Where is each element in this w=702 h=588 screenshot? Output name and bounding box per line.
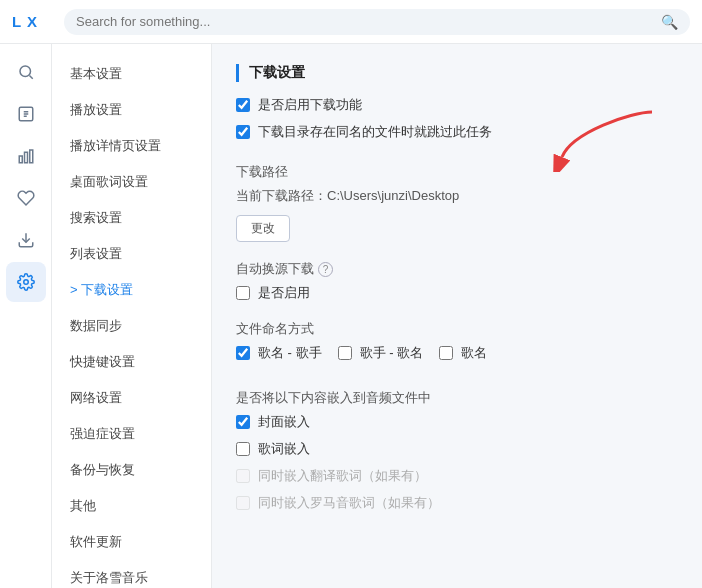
- help-icon[interactable]: ?: [318, 262, 333, 277]
- sidebar-item-update[interactable]: 软件更新: [52, 524, 211, 560]
- embed-cover-label[interactable]: 封面嵌入: [258, 413, 310, 431]
- embed-translated-checkbox[interactable]: [236, 469, 250, 483]
- sidebar-item-network[interactable]: 网络设置: [52, 380, 211, 416]
- enable-download-label[interactable]: 是否启用下载功能: [258, 96, 362, 114]
- auto-switch-title: 自动换源下载 ?: [236, 260, 678, 278]
- change-path-button[interactable]: 更改: [236, 215, 290, 242]
- svg-rect-5: [29, 150, 32, 163]
- svg-line-1: [29, 75, 32, 78]
- skip-same-file-checkbox[interactable]: [236, 125, 250, 139]
- sidebar-item-search[interactable]: 搜索设置: [52, 200, 211, 236]
- skip-same-file-row: 下载目录存在同名的文件时就跳过此任务: [236, 123, 678, 141]
- naming-option1-row: 歌名 - 歌手: [236, 344, 322, 362]
- sidebar-item-backup[interactable]: 备份与恢复: [52, 452, 211, 488]
- embed-romanized-label[interactable]: 同时嵌入罗马音歌词（如果有）: [258, 494, 440, 512]
- embed-title: 是否将以下内容嵌入到音频文件中: [236, 389, 678, 407]
- download-settings-title: 下载设置: [236, 64, 678, 82]
- embed-translated-row: 同时嵌入翻译歌词（如果有）: [236, 467, 678, 485]
- naming-option1-label[interactable]: 歌名 - 歌手: [258, 344, 322, 362]
- sidebar-item-sync[interactable]: 数据同步: [52, 308, 211, 344]
- embed-lyrics-label[interactable]: 歌词嵌入: [258, 440, 310, 458]
- naming-option2-row: 歌手 - 歌名: [338, 344, 424, 362]
- embed-cover-row: 封面嵌入: [236, 413, 678, 431]
- sidebar-item-desktop-lyrics[interactable]: 桌面歌词设置: [52, 164, 211, 200]
- auto-switch-row: 是否启用: [236, 284, 678, 302]
- embed-romanized-row: 同时嵌入罗马音歌词（如果有）: [236, 494, 678, 512]
- sidebar-item-basic[interactable]: 基本设置: [52, 56, 211, 92]
- svg-rect-4: [24, 152, 27, 163]
- naming-option3-checkbox[interactable]: [439, 346, 453, 360]
- sidebar-item-ocd[interactable]: 强迫症设置: [52, 416, 211, 452]
- auto-switch-checkbox[interactable]: [236, 286, 250, 300]
- embed-lyrics-checkbox[interactable]: [236, 442, 250, 456]
- svg-point-0: [20, 66, 31, 77]
- sidebar-item-download[interactable]: 下载设置: [52, 272, 211, 308]
- naming-option3-row: 歌名: [439, 344, 487, 362]
- nav-settings[interactable]: [6, 262, 46, 302]
- auto-switch-label[interactable]: 是否启用: [258, 284, 310, 302]
- enable-download-checkbox[interactable]: [236, 98, 250, 112]
- search-icon: 🔍: [661, 14, 678, 30]
- naming-option2-checkbox[interactable]: [338, 346, 352, 360]
- sidebar-item-list[interactable]: 列表设置: [52, 236, 211, 272]
- sidebar-item-playback-detail[interactable]: 播放详情页设置: [52, 128, 211, 164]
- app-logo: L X: [12, 13, 64, 30]
- nav-search[interactable]: [6, 52, 46, 92]
- naming-option3-label[interactable]: 歌名: [461, 344, 487, 362]
- sidebar-item-shortcuts[interactable]: 快捷键设置: [52, 344, 211, 380]
- settings-sidebar: 基本设置 播放设置 播放详情页设置 桌面歌词设置 搜索设置 列表设置 下载设置 …: [52, 44, 212, 588]
- svg-point-7: [23, 280, 28, 285]
- icon-nav: [0, 44, 52, 588]
- file-naming-title: 文件命名方式: [236, 320, 678, 338]
- enable-download-row: 是否启用下载功能: [236, 96, 678, 114]
- sidebar-item-playback[interactable]: 播放设置: [52, 92, 211, 128]
- sidebar-item-about[interactable]: 关于洛雪音乐: [52, 560, 211, 588]
- svg-rect-3: [19, 156, 22, 163]
- nav-heart[interactable]: [6, 178, 46, 218]
- embed-lyrics-row: 歌词嵌入: [236, 440, 678, 458]
- embed-romanized-checkbox[interactable]: [236, 496, 250, 510]
- embed-cover-checkbox[interactable]: [236, 415, 250, 429]
- settings-content: 下载设置 是否启用下载功能 下载目录存在同名的文件时就跳过此任务 下载路径 当前…: [212, 44, 702, 588]
- skip-same-file-label[interactable]: 下载目录存在同名的文件时就跳过此任务: [258, 123, 492, 141]
- naming-option1-checkbox[interactable]: [236, 346, 250, 360]
- naming-option2-label[interactable]: 歌手 - 歌名: [360, 344, 424, 362]
- nav-music[interactable]: [6, 94, 46, 134]
- sidebar-item-other[interactable]: 其他: [52, 488, 211, 524]
- search-bar[interactable]: 🔍: [64, 9, 690, 35]
- search-input[interactable]: [76, 14, 655, 29]
- current-path-value: 当前下载路径：C:\Users\junzi\Desktop: [236, 187, 678, 205]
- nav-download[interactable]: [6, 220, 46, 260]
- nav-chart[interactable]: [6, 136, 46, 176]
- download-path-label: 下载路径: [236, 163, 678, 181]
- embed-translated-label[interactable]: 同时嵌入翻译歌词（如果有）: [258, 467, 427, 485]
